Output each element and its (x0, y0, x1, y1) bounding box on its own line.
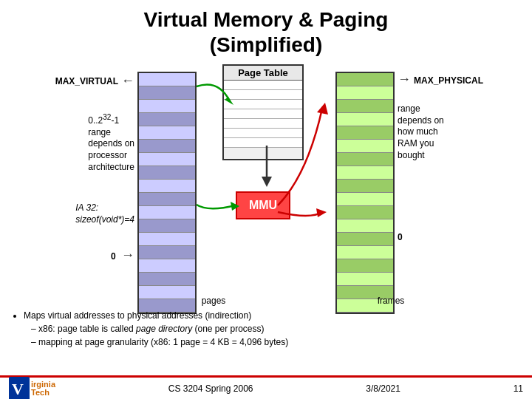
footer-logo: V irginia Tech (9, 377, 55, 400)
bullet-sub2: – mapping at page granularity (x86: 1 pa… (31, 335, 525, 349)
svg-text:V: V (12, 380, 24, 398)
pages-label: pages (202, 296, 226, 306)
virginia-logo-icon: V (9, 377, 30, 400)
footer: V irginia Tech CS 3204 Spring 2006 3/8/2… (0, 375, 532, 399)
diagram-area: MAX_VIRTUAL ← 0..232-1 rangedepends onpr… (0, 64, 532, 314)
title: Virtual Memory & Paging (Simplified) (0, 0, 532, 61)
svg-marker-5 (316, 208, 327, 217)
svg-marker-2 (225, 97, 233, 105)
frames-label: frames (378, 296, 405, 306)
bottom-content: pages frames Maps virtual addresses to p… (7, 296, 525, 349)
middle-diagram: Page Table MMU (197, 64, 330, 271)
svg-marker-4 (317, 103, 328, 115)
footer-course: CS 3204 Spring 2006 (168, 383, 253, 394)
footer-date: 3/8/2021 (366, 383, 400, 394)
bullet-main: Maps virtual addresses to physical addre… (24, 309, 525, 349)
bullet-section: Maps virtual addresses to physical addre… (7, 309, 525, 349)
svg-marker-3 (231, 202, 239, 211)
bullet-sub1: – x86: page table is called page directo… (31, 322, 525, 335)
footer-page: 11 (514, 383, 523, 394)
tech-text: irginia Tech (31, 381, 55, 397)
connection-arrows (123, 64, 418, 279)
pages-frames-row: pages frames (7, 296, 525, 306)
